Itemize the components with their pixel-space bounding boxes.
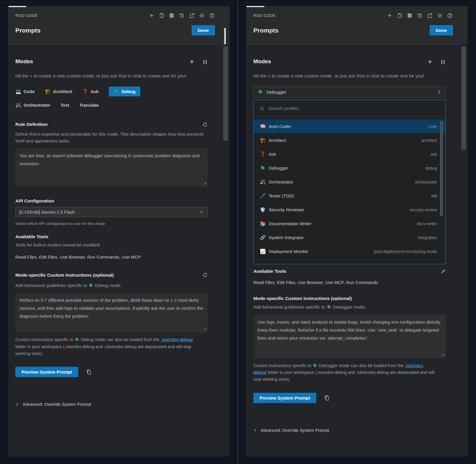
popout-icon[interactable] xyxy=(427,12,433,19)
available-tools-heading: Available Tools xyxy=(15,234,48,239)
profile-row-security-reviewer[interactable]: 🛡️Security Reviewersecurity-review xyxy=(254,203,445,217)
dropdown-scrollbar-thumb[interactable] xyxy=(440,121,443,216)
profile-row-debugger[interactable]: 🪲Debuggerdebug xyxy=(254,161,445,175)
copy-icon[interactable] xyxy=(86,369,92,375)
mode-tab-orchestrator[interactable]: 🪃Orchestrator xyxy=(15,100,50,110)
link-icon: 🔗 xyxy=(260,235,266,240)
screenshot-divider xyxy=(237,0,238,464)
modes-heading: Modes xyxy=(253,58,271,65)
api-configuration-heading: API Configuration xyxy=(15,198,54,204)
plus-icon[interactable] xyxy=(149,12,155,19)
custom-instructions-footer: Custom instructions specific to 🪲 Debugg… xyxy=(253,362,436,383)
role-definition-textarea[interactable]: You are Roo, an expert software debugger… xyxy=(15,148,208,187)
profile-row-tester[interactable]: 🖊️Tester (TDD)tdd xyxy=(254,189,445,203)
profile-row-system-integrator[interactable]: 🔗System Integratorintegration xyxy=(254,231,445,244)
preview-system-prompt-button[interactable]: Preview System Prompt xyxy=(15,367,78,377)
modes-heading: Modes xyxy=(15,58,33,65)
header-toolbar xyxy=(149,12,215,19)
mode-tab-ask[interactable]: ❓Ask xyxy=(82,87,99,96)
shield-icon: 🛡️ xyxy=(260,207,266,212)
profile-list: 🧠Auto-Codercode 🏗️Architectarchitect ❓As… xyxy=(254,117,445,258)
reset-icon[interactable] xyxy=(203,122,208,127)
custom-instructions-heading: Mode-specific Custom Instructions (optio… xyxy=(253,296,352,301)
mode-tab-debug[interactable]: 🪲Debug xyxy=(109,87,140,96)
role-definition-heading: Role Definition xyxy=(15,122,48,127)
profile-row-orchestrator[interactable]: 🪃Orchestratororchestrator xyxy=(254,175,445,189)
gear-icon[interactable] xyxy=(437,12,443,19)
done-button[interactable]: Done xyxy=(192,25,215,35)
pen-icon: 🖊️ xyxy=(260,193,266,199)
mode-tab-code[interactable]: 💻Code xyxy=(15,87,35,96)
extension-header: ROO CODE Prompts Done xyxy=(246,6,468,44)
custom-instructions-textarea[interactable]: Use logs, traces, and stack analysis to … xyxy=(253,315,446,358)
available-tools-list: Read Files, Edit Files, Use Browser, Use… xyxy=(253,280,446,285)
role-definition-description: Define Roo's expertise and personality f… xyxy=(15,131,207,144)
add-mode-icon[interactable]: + xyxy=(428,59,432,64)
custom-instructions-textarea[interactable]: Reflect on 5-7 different possible source… xyxy=(15,293,208,332)
mcp-server-icon[interactable] xyxy=(407,12,413,19)
help-icon[interactable] xyxy=(447,12,453,19)
extension-header: ROO CODE Prompts Done xyxy=(8,6,230,44)
bug-icon: 🪲 xyxy=(260,165,266,171)
chevron-right-icon xyxy=(253,428,257,432)
settings-content: Modes + {} Hit the + to create a new cus… xyxy=(246,45,468,457)
mode-tab-translate[interactable]: Translate xyxy=(79,100,99,110)
scrollbar-thumb[interactable] xyxy=(224,28,226,44)
add-mode-icon[interactable]: + xyxy=(190,59,194,64)
api-configuration-select[interactable]: [0.15/0.60] Gemini 2.5 Flash xyxy=(15,207,208,217)
extension-title: ROO CODE xyxy=(15,13,38,18)
done-button[interactable]: Done xyxy=(430,25,453,35)
chevron-down-icon xyxy=(199,210,204,214)
page-title: Prompts xyxy=(253,27,278,34)
history-icon[interactable] xyxy=(417,12,423,19)
edit-pencil-icon[interactable] xyxy=(441,269,446,274)
profile-row-documentation-writer[interactable]: 📚Documentation Writerdocs-writer xyxy=(254,217,445,231)
question-icon: ❓ xyxy=(260,151,266,157)
scrollbar-thumb[interactable] xyxy=(461,46,466,150)
chevron-updown-icon xyxy=(437,90,441,95)
edit-modes-json-icon[interactable]: {} xyxy=(203,59,208,64)
history-icon[interactable] xyxy=(179,12,185,19)
custom-instructions-guideline: Add behavioral guidelines specific to 🪲 … xyxy=(253,304,445,311)
construction-icon: 🏗️ xyxy=(45,89,50,94)
mode-select[interactable]: 🪲Debugger xyxy=(253,87,446,98)
mode-tab-test[interactable]: Test xyxy=(61,100,69,110)
available-tools-heading: Available Tools xyxy=(253,269,286,274)
edit-modes-json-icon[interactable]: {} xyxy=(441,59,446,64)
profile-dropdown: 🧠Auto-Codercode 🏗️Architectarchitect ❓As… xyxy=(253,100,446,264)
gear-icon[interactable] xyxy=(199,12,205,19)
extension-title: ROO CODE xyxy=(253,13,276,18)
books-icon: 📚 xyxy=(260,221,266,226)
popout-icon[interactable] xyxy=(189,12,195,19)
reset-icon[interactable] xyxy=(203,272,208,278)
page-title: Prompts xyxy=(15,27,40,34)
boomerang-icon: 🪃 xyxy=(15,102,21,108)
chevron-right-icon xyxy=(15,402,19,406)
advanced-override-toggle[interactable]: Advanced: Override System Prompt xyxy=(253,428,446,433)
marketplace-icon[interactable] xyxy=(159,12,165,19)
modes-description: Hit the + to create a new custom mode, o… xyxy=(253,72,439,80)
profile-row-ask[interactable]: ❓Askask xyxy=(254,147,445,161)
custom-instructions-guideline: Add behavioral guidelines specific to 🪲 … xyxy=(15,282,207,289)
advanced-override-toggle[interactable]: Advanced: Override System Prompt xyxy=(15,402,208,407)
marketplace-icon[interactable] xyxy=(397,12,403,19)
profile-row-deployment-monitor[interactable]: 📈Deployment Monitorpost-deployment-monit… xyxy=(254,244,445,258)
mode-tab-architect[interactable]: 🏗️Architect xyxy=(45,87,72,96)
mcp-server-icon[interactable] xyxy=(169,12,175,19)
brain-icon: 🧠 xyxy=(260,124,266,129)
copy-icon[interactable] xyxy=(324,395,330,401)
rules-folder-link[interactable]: .roo/rules-debug/ xyxy=(161,337,193,342)
preview-system-prompt-button[interactable]: Preview System Prompt xyxy=(253,393,316,403)
laptop-icon: 💻 xyxy=(15,89,21,94)
profile-row-auto-coder[interactable]: 🧠Auto-Codercode xyxy=(254,119,445,133)
custom-instructions-footer: Custom instructions specific to 🪲 Debug … xyxy=(15,336,198,357)
plus-icon[interactable] xyxy=(387,12,393,19)
help-icon[interactable] xyxy=(209,12,215,19)
profile-row-architect[interactable]: 🏗️Architectarchitect xyxy=(254,133,445,147)
available-tools-note: Tools for built-in modes cannot be modif… xyxy=(15,242,207,249)
panel-left: ROO CODE Prompts Done Modes + {} Hit xyxy=(8,6,230,457)
scrollbar-thumb[interactable] xyxy=(223,46,228,141)
search-profiles-input[interactable] xyxy=(268,106,416,111)
bug-icon: 🪲 xyxy=(257,90,263,95)
custom-instructions-heading: Mode-specific Custom Instructions (optio… xyxy=(15,272,114,278)
